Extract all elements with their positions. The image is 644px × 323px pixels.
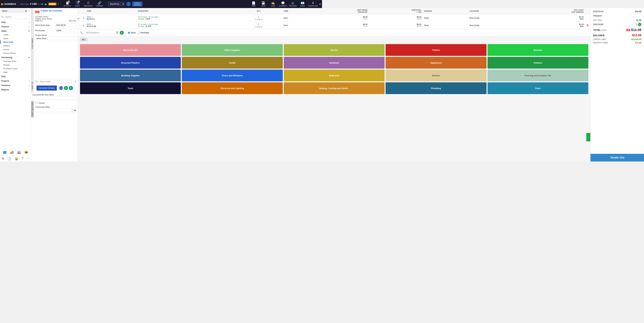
- stock-radio[interactable]: [128, 32, 130, 34]
- upc-input[interactable]: [84, 30, 114, 35]
- box-icon[interactable]: 📦: [24, 150, 28, 154]
- generate-delivery-btn[interactable]: Generate Delivery: [36, 86, 57, 90]
- help-icon[interactable]: ?: [22, 156, 23, 160]
- cat-btn-recycled-plastics[interactable]: Recycled Plastics: [80, 57, 181, 68]
- sidebar-item-leads[interactable]: Leads: [0, 33, 31, 36]
- cat-btn-building-supplies[interactable]: Building Supplies: [80, 70, 181, 81]
- demo-selector[interactable]: Demo: [1, 9, 28, 13]
- row1-qty-input[interactable]: [254, 15, 263, 18]
- sidebar-section-purchasing[interactable]: Purchasing▾: [0, 55, 31, 59]
- people-icon[interactable]: 👥: [3, 150, 7, 154]
- shipto-row: 🔍 +: [34, 79, 78, 84]
- truck-icon[interactable]: 🚚: [10, 150, 14, 154]
- purchase-radio[interactable]: [138, 32, 140, 34]
- open-dropdown-arrow[interactable]: ▾: [58, 3, 59, 5]
- preview-button[interactable]: 🖨 PREVIEW: [289, 1, 297, 7]
- remove-customer-btn[interactable]: ✕: [40, 12, 42, 14]
- sidebar-item-product-return[interactable]: Product Return: [0, 51, 31, 55]
- cat-btn-doors-windows[interactable]: Doors and Windows: [182, 70, 282, 81]
- cat-btn-heating[interactable]: Heating, Cooling and Ventil...: [284, 82, 322, 94]
- settings-icon[interactable]: ⚙: [2, 156, 4, 160]
- sidebar-section-finance[interactable]: Finance›: [0, 24, 31, 28]
- bottom-nav: ⚙ 🕐 🔒 ? →: [0, 155, 31, 162]
- prev-record-btn[interactable]: ◀: [44, 2, 46, 6]
- add-product-btn[interactable]: +: [120, 31, 124, 35]
- download-button[interactable]: ⬇ DOWNLOAD: [308, 1, 318, 7]
- first-record-btn[interactable]: ⏮: [40, 2, 43, 6]
- lock-icon[interactable]: 🔒: [14, 156, 18, 160]
- cat-btn-discounts[interactable]: Discounts (P): [80, 44, 181, 56]
- sidebar-section-data[interactable]: Data›: [0, 20, 31, 24]
- row2-inventory: 87 on hand 59 on order 45 sold 42 ATP: [137, 22, 235, 29]
- activity-button[interactable]: 📋2 ACTIVITY: [63, 1, 72, 7]
- lineage-button[interactable]: 🔗 LINEAGE: [95, 1, 104, 7]
- collapse-panel-btn[interactable]: ◀: [77, 15, 79, 22]
- cancelled-by-input[interactable]: [32, 96, 76, 100]
- timesheet-button[interactable]: ⏱ TIMESHEET: [83, 1, 94, 7]
- cat-btn-blocks[interactable]: Blocks: [284, 44, 322, 56]
- price-selector[interactable]: BasePrice: [108, 2, 125, 6]
- row2-item: 0002 ✏ BLOCK BB: [86, 22, 137, 29]
- new-button[interactable]: 📄 NEW: [250, 1, 258, 7]
- factory-icon[interactable]: 🏭: [17, 150, 21, 154]
- customer-name-link[interactable]: A Made Up Customer: [40, 10, 62, 12]
- logout-icon[interactable]: →: [26, 156, 30, 160]
- sign-button[interactable]: ✍ SIGN: [269, 1, 277, 7]
- sidebar-item-delivery[interactable]: Delivery: [0, 44, 31, 48]
- sidebar-section-projects[interactable]: Projects›: [0, 78, 31, 83]
- email-button[interactable]: 📧 EMAIL: [298, 1, 307, 7]
- row2-item-code-link[interactable]: 0002: [87, 23, 91, 25]
- all-categories-btn[interactable]: All ›: [80, 38, 88, 42]
- cat-btn-install[interactable]: Install: [182, 57, 282, 68]
- sidebar-section-inventory[interactable]: Inventory›: [0, 83, 31, 87]
- refresh-delivery-btn[interactable]: ↻: [69, 86, 73, 90]
- wo-date-input[interactable]: [55, 24, 76, 27]
- cat-btn-electrical[interactable]: Electrical and Lighting: [182, 82, 282, 94]
- files-button[interactable]: 📎0 FILES: [73, 1, 82, 7]
- purchase-radio-label[interactable]: Purchase: [138, 32, 149, 34]
- closed-checkbox[interactable]: [35, 102, 38, 104]
- row1-item-code-link[interactable]: 0001: [87, 16, 91, 18]
- po-number-input[interactable]: [55, 29, 78, 32]
- row2-unit-price: $6.00: [314, 23, 322, 25]
- conversion-rate-input[interactable]: [35, 109, 71, 112]
- sidebar-item-purchase-invoice[interactable]: Purchase Invoice: [0, 67, 31, 70]
- add-delivery-btn[interactable]: +: [64, 86, 68, 90]
- sidebar-item-workorder[interactable]: Work Order: [0, 40, 31, 44]
- comment-button[interactable]: 💬 COMMENT: [278, 1, 287, 7]
- topbar-more-btn[interactable]: ▾: [319, 2, 321, 6]
- po-number-row: PO Number: [34, 28, 78, 33]
- customer-content: 🇨🇦 A Made Up Customer ✕ + 123 Main Stree…: [34, 8, 78, 78]
- sidebar-item-invoice[interactable]: Invoice: [0, 48, 31, 51]
- conversion-rate-select[interactable]: [72, 108, 76, 112]
- sidebar-item-purchase-order[interactable]: Purchase Order: [0, 59, 31, 63]
- sidebar-item-quote[interactable]: Quote: [0, 36, 31, 40]
- sidebar-section-sales[interactable]: Sales▾: [0, 28, 31, 33]
- sidebar-section-pos[interactable]: POS: [0, 74, 31, 78]
- row1-edit-icon[interactable]: ✏: [92, 16, 93, 18]
- search-input[interactable]: [4, 15, 30, 18]
- delivery-button[interactable]: Delivery Delivered: [132, 2, 142, 6]
- cat-btn-hardware[interactable]: Hardware: [284, 57, 322, 68]
- cat-btn-office-supplies[interactable]: Office Supplies: [182, 44, 282, 56]
- row2-drag[interactable]: ≡: [78, 22, 82, 29]
- cat-btn-bathroom[interactable]: Bathroom: [284, 70, 322, 81]
- clock-icon[interactable]: 🕐: [8, 156, 12, 160]
- row2-edit-icon[interactable]: ✏: [92, 24, 93, 25]
- sidebar-section-reports[interactable]: Reports: [0, 87, 31, 92]
- category-row-1: Discounts (P) Office Supplies Blocks Tra…: [80, 44, 322, 56]
- sidebar-item-rma[interactable]: RMA: [0, 70, 31, 74]
- price-icon-btn[interactable]: 💲: [126, 2, 131, 6]
- add-shipto-btn[interactable]: +: [75, 80, 76, 83]
- status-badge[interactable]: OPEN: [48, 3, 56, 5]
- shipto-input[interactable]: [39, 80, 74, 83]
- product-search-icon: 🔍: [80, 31, 83, 34]
- project-name-input[interactable]: [35, 37, 78, 40]
- row2-qty-input[interactable]: [254, 23, 263, 26]
- clear-demo-btn[interactable]: ✕: [28, 10, 30, 12]
- stock-radio-label[interactable]: Stock: [128, 32, 136, 34]
- cat-btn-tools[interactable]: Tools: [80, 82, 181, 94]
- save-button[interactable]: 💾 SAVE: [259, 1, 268, 7]
- sidebar-item-receipt[interactable]: Receipt: [0, 63, 31, 67]
- menu-icon[interactable]: ☰: [116, 31, 118, 34]
